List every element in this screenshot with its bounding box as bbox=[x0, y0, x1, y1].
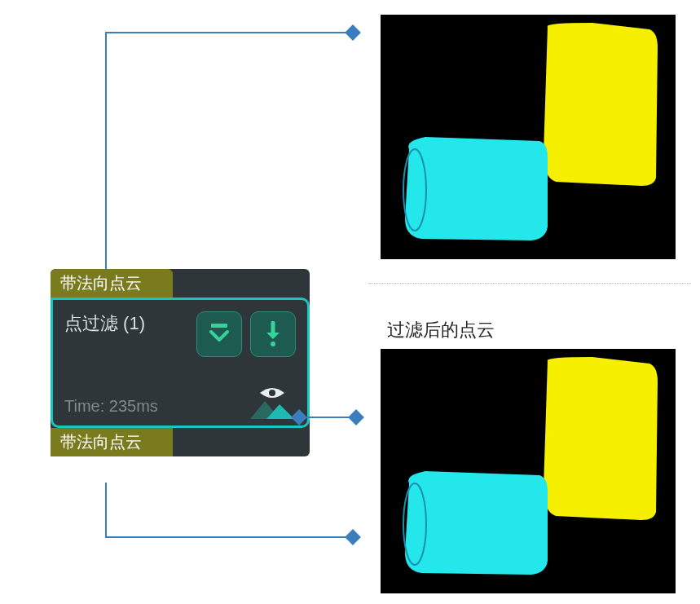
yellow-blob bbox=[544, 23, 658, 186]
preview-after bbox=[381, 349, 676, 593]
separator bbox=[368, 283, 691, 284]
caption-filtered: 过滤后的点云 bbox=[387, 318, 495, 342]
preview-before bbox=[381, 15, 676, 259]
yellow-blob bbox=[544, 357, 658, 520]
connector-output bbox=[0, 0, 383, 571]
